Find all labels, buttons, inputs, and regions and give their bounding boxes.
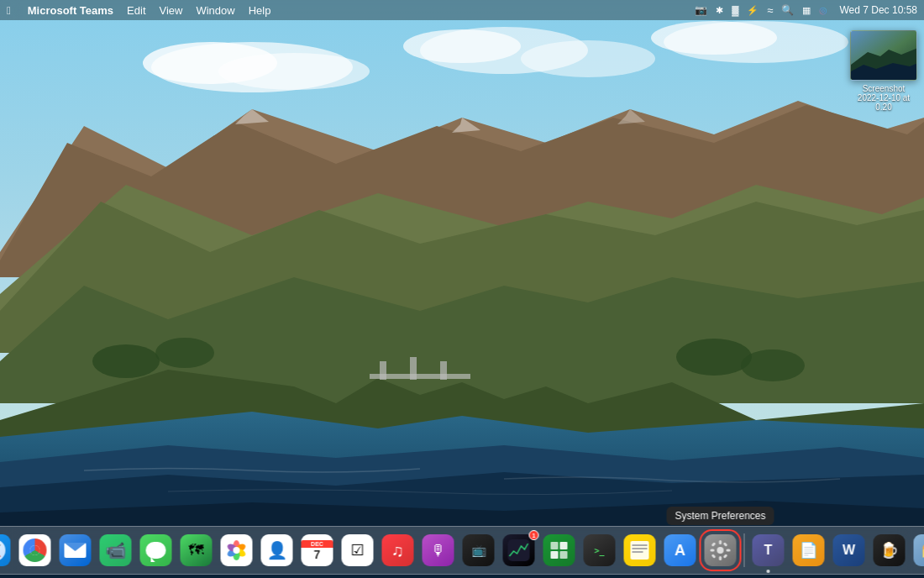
cast-icon[interactable]: ▦ (802, 5, 811, 16)
apple-menu[interactable]:  (7, 4, 11, 17)
dock-item-finder2[interactable]: 📁 (911, 532, 925, 569)
dock-item-messages[interactable] (138, 532, 175, 569)
svg-point-28 (676, 339, 752, 376)
dock-item-photos[interactable] (218, 532, 255, 569)
svg-point-38 (717, 547, 724, 554)
svg-point-29 (741, 349, 805, 381)
menu-help[interactable]: Help (249, 4, 271, 17)
svg-rect-42 (727, 549, 731, 552)
dock-item-bartender[interactable]: 🍺 (871, 532, 908, 569)
dock-item-teams[interactable]: T (750, 532, 787, 569)
menubar-left:  Microsoft Teams Edit View Window Help (7, 4, 695, 17)
dock: 😊 (0, 526, 924, 575)
dock-divider (744, 533, 745, 567)
svg-rect-25 (440, 361, 447, 380)
svg-rect-41 (711, 549, 715, 552)
svg-point-26 (92, 344, 160, 378)
menu-window[interactable]: Window (196, 4, 234, 17)
battery-icon[interactable]: ▓ (732, 5, 738, 15)
dock-item-maps[interactable]: 🗺 (178, 532, 215, 569)
menubar:  Microsoft Teams Edit View Window Help … (0, 0, 924, 20)
svg-point-8 (651, 21, 777, 55)
datetime[interactable]: Wed 7 Dec 10:58 (839, 4, 917, 16)
svg-rect-46 (723, 542, 728, 547)
screenshot-label: Screenshot2022-12-10 at 0.20 (850, 84, 917, 112)
dock-item-podcasts[interactable]: 🎙 (420, 532, 457, 569)
dock-item-chrome[interactable] (17, 532, 54, 569)
dock-item-safari[interactable] (0, 532, 13, 569)
camera-icon[interactable]: 📷 (695, 4, 707, 16)
svg-point-6 (521, 40, 655, 77)
dock-item-iterm[interactable]: >_ (581, 532, 618, 569)
siri-icon[interactable]: ◎ (819, 5, 827, 16)
menu-edit[interactable]: Edit (127, 4, 145, 17)
dock-item-skim[interactable]: 📄 (790, 532, 827, 569)
bluetooth-icon[interactable]: ✱ (716, 5, 723, 16)
dock-item-contacts[interactable]: 👤 (259, 532, 296, 569)
dock-item-appletv[interactable]: 📺 (460, 532, 497, 569)
screenshot-thumbnail[interactable] (850, 30, 917, 81)
wifi-icon[interactable]: ≈ (767, 4, 773, 17)
dock-item-calendar[interactable]: DEC 7 (299, 532, 336, 569)
svg-point-5 (403, 29, 521, 63)
app-name[interactable]: Microsoft Teams (28, 4, 113, 17)
search-icon[interactable]: 🔍 (781, 4, 794, 16)
svg-point-27 (155, 338, 214, 368)
dock-item-facetime[interactable]: 📹 (97, 532, 134, 569)
dock-item-word[interactable]: W (831, 532, 868, 569)
svg-rect-23 (380, 361, 386, 380)
svg-rect-43 (711, 542, 717, 547)
svg-rect-24 (410, 357, 417, 380)
system-preferences-tooltip: System Preferences (666, 507, 774, 525)
dock-item-appstore[interactable]: A (662, 532, 699, 569)
dock-item-stocks[interactable]: 1 (501, 532, 538, 569)
svg-rect-39 (719, 540, 722, 544)
dock-item-music[interactable]: ♫ (380, 532, 417, 569)
svg-rect-44 (723, 554, 728, 559)
menu-view[interactable]: View (160, 4, 183, 17)
menubar-right: 📷 ✱ ▓ ⚡ ≈ 🔍 ▦ ◎ Wed 7 Dec 10:58 (695, 4, 917, 17)
desktop:  Microsoft Teams Edit View Window Help … (0, 0, 924, 578)
dock-item-notes[interactable] (622, 532, 659, 569)
svg-point-3 (218, 53, 370, 90)
dock-item-numbers[interactable] (541, 532, 578, 569)
svg-rect-40 (719, 556, 722, 560)
dock-item-reminders[interactable]: ☑ (339, 532, 376, 569)
svg-rect-45 (711, 554, 717, 559)
charge-icon[interactable]: ⚡ (747, 5, 759, 16)
dock-item-system-preferences[interactable] (702, 532, 739, 569)
dock-item-mail[interactable] (57, 532, 94, 569)
